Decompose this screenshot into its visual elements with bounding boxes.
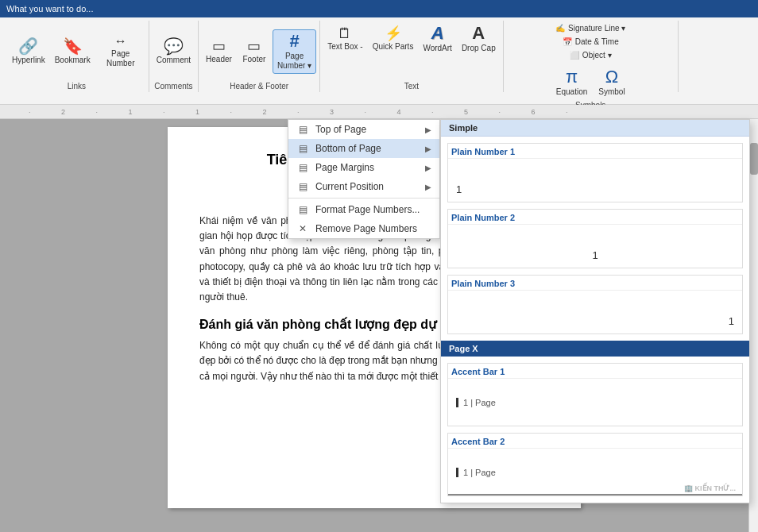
hyperlink-button[interactable]: 🔗 Hyperlink — [8, 36, 49, 67]
accent-bar-2-item[interactable]: Accent Bar 2 1 | Page 🏢 KIẾN THỨ... — [447, 433, 743, 496]
ribbon-group-text: 🗒 Text Box - ⚡ Quick Parts A WordArt A D… — [320, 21, 503, 92]
bottom-of-page-arrow: ▶ — [425, 145, 431, 153]
page-number-button[interactable]: # PageNumber ▾ — [273, 29, 316, 74]
plain-number-2-preview: 1 — [448, 224, 742, 268]
page-number-icon: # — [289, 33, 299, 50]
drop-cap-button[interactable]: A Drop Cap — [458, 22, 500, 56]
object-button[interactable]: ⬜ Object ▾ — [565, 49, 617, 61]
page-margins-arrow: ▶ — [425, 164, 431, 172]
gallery-panel: Simple Plain Number 1 1 Plain Number 2 1… — [440, 119, 750, 503]
dropdown-divider-1 — [288, 198, 439, 199]
accent-bar-1-label: Accent Bar 1 — [448, 364, 742, 378]
title-bar: What you want to do... — [0, 0, 758, 17]
top-of-page-arrow: ▶ — [425, 125, 431, 134]
plain-number-2-item[interactable]: Plain Number 2 1 — [447, 209, 743, 268]
page-margins-item[interactable]: ▤ Page Margins ▶ — [288, 158, 439, 177]
ribbon-group-links: 🔗 Hyperlink 🔖 Bookmark ↔ Page Number Lin… — [5, 21, 149, 92]
accent-bar-1-text: 1 | Page — [456, 398, 496, 407]
plain-number-1-item[interactable]: Plain Number 1 1 — [447, 143, 743, 202]
quick-parts-button[interactable]: ⚡ Quick Parts — [369, 24, 418, 54]
ribbon-group-comments: 💬 Comment Comments — [149, 21, 199, 92]
footer-icon: ▭ — [247, 39, 261, 53]
text-group-label: Text — [404, 80, 419, 91]
cross-reference-icon: ↔ — [114, 35, 127, 48]
ruler: · 2 · 1 · 1 · 2 · 3 · 4 · 5 · 6 · — [0, 105, 758, 119]
accent-bar-2-label: Accent Bar 2 — [448, 434, 742, 448]
hyperlink-icon: 🔗 — [18, 38, 38, 54]
equation-button[interactable]: π Equation — [552, 66, 591, 99]
symbol-icon: Ω — [605, 68, 618, 86]
accent-bar-2-text: 1 | Page — [456, 468, 496, 477]
equation-icon: π — [566, 68, 578, 86]
page-margins-icon: ▤ — [296, 162, 309, 173]
gallery-section-simple: Simple — [441, 120, 749, 137]
ribbon: 🔗 Hyperlink 🔖 Bookmark ↔ Page Number Lin… — [0, 17, 758, 105]
bookmark-button[interactable]: 🔖 Bookmark — [51, 36, 95, 67]
title-bar-text: What you want to do... — [6, 4, 93, 13]
top-of-page-item[interactable]: ▤ Top of Page ▶ — [288, 120, 439, 139]
wordart-button[interactable]: A WordArt — [419, 22, 456, 56]
plain-number-1-preview: 1 — [448, 158, 742, 202]
plain-number-1-value: 1 — [456, 183, 462, 195]
header-footer-label: Header & Footer — [230, 80, 288, 91]
page-number-dropdown: ▤ Top of Page ▶ ▤ Bottom of Page ▶ ▤ Pag… — [288, 119, 440, 239]
ribbon-group-symbols: ✍ Signature Line ▾ 📅 Date & Time ⬜ Objec… — [504, 21, 679, 92]
text-box-icon: 🗒 — [338, 26, 352, 40]
plain-number-2-label: Plain Number 2 — [448, 210, 742, 224]
accent-bar-1-item[interactable]: Accent Bar 1 1 | Page — [447, 363, 743, 426]
comments-label: Comments — [154, 80, 192, 91]
current-position-arrow: ▶ — [425, 183, 431, 191]
signature-line-button[interactable]: ✍ Signature Line ▾ — [551, 22, 630, 34]
quick-parts-icon: ⚡ — [385, 26, 402, 40]
symbol-button[interactable]: Ω Symbol — [594, 66, 628, 99]
bookmark-icon: 🔖 — [63, 38, 83, 54]
page-x-section-header: Page X — [441, 341, 749, 357]
text-box-button[interactable]: 🗒 Text Box - — [323, 24, 366, 54]
bottom-of-page-icon: ▤ — [296, 143, 309, 154]
header-button[interactable]: ▭ Header — [202, 37, 236, 67]
plain-number-2-value: 1 — [592, 249, 598, 261]
cross-reference-button[interactable]: ↔ Page Number — [96, 33, 145, 71]
current-position-item[interactable]: ▤ Current Position ▶ — [288, 177, 439, 196]
object-icon: ⬜ — [570, 51, 579, 60]
current-position-icon: ▤ — [296, 181, 309, 192]
wordart-icon: A — [431, 25, 444, 42]
drop-cap-icon: A — [472, 25, 485, 42]
footer-button[interactable]: ▭ Footer — [238, 37, 271, 67]
signature-line-icon: ✍ — [555, 24, 565, 33]
top-of-page-icon: ▤ — [296, 124, 309, 135]
watermark: 🏢 KIẾN THỨ... — [684, 484, 736, 492]
remove-page-numbers-item[interactable]: ✕ Remove Page Numbers — [288, 219, 439, 238]
date-time-button[interactable]: 📅 Date & Time — [558, 36, 624, 48]
ribbon-group-header-footer: ▭ Header ▭ Footer # PageNumber ▾ Header … — [199, 21, 320, 92]
header-icon: ▭ — [212, 39, 226, 53]
plain-number-3-preview: 1 — [448, 290, 742, 333]
date-time-icon: 📅 — [563, 37, 572, 46]
remove-page-numbers-icon: ✕ — [296, 223, 309, 234]
format-page-numbers-icon: ▤ — [296, 204, 309, 215]
format-page-numbers-item[interactable]: ▤ Format Page Numbers... — [288, 200, 439, 219]
links-label: Links — [68, 80, 86, 91]
main-area: Tiêu chuẩn đánh giá văn phòng làm việc K… — [0, 119, 758, 532]
plain-number-1-label: Plain Number 1 — [448, 144, 742, 158]
comment-button[interactable]: 💬 Comment — [153, 36, 195, 67]
scrollbar-thumb[interactable] — [750, 143, 758, 175]
plain-number-3-item[interactable]: Plain Number 3 1 — [447, 275, 743, 334]
accent-bar-2-preview: 1 | Page 🏢 KIẾN THỨ... — [448, 448, 742, 495]
accent-bar-1-preview: 1 | Page — [448, 378, 742, 426]
comment-icon: 💬 — [164, 38, 184, 54]
plain-number-3-value: 1 — [729, 315, 734, 327]
plain-number-3-label: Plain Number 3 — [448, 276, 742, 290]
bottom-of-page-item[interactable]: ▤ Bottom of Page ▶ — [288, 139, 439, 158]
